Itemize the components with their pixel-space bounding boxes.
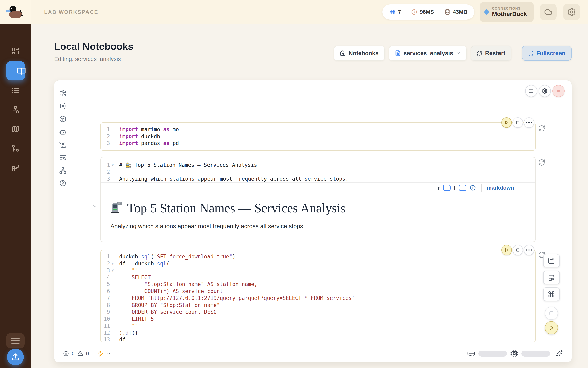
run-cell-button[interactable] (501, 245, 512, 255)
panel-menu-button[interactable] (525, 85, 537, 97)
code-text[interactable]: COUNT(*) AS service_count (116, 288, 535, 295)
chevron-down-icon[interactable] (106, 351, 111, 356)
sidebar-item-notebooks-icon[interactable] (17, 67, 25, 75)
code-text[interactable]: df (116, 336, 535, 343)
code-line[interactable]: 5 "Stop:Station name" AS station_name, (101, 281, 535, 288)
code-text[interactable]: "Stop:Station name" AS station_name, (116, 281, 535, 288)
cloud-button[interactable] (540, 4, 557, 20)
variables-icon[interactable] (59, 102, 66, 110)
lightning-icon[interactable] (97, 350, 103, 357)
upload-button[interactable] (7, 349, 24, 365)
notebook-selector[interactable]: services_analysis (389, 46, 467, 61)
code-line[interactable]: 7 FROM 'http://127.0.0.1:2719/query.parq… (101, 295, 535, 302)
ai-sparkle-icon[interactable] (555, 350, 563, 358)
sidebar-item-dashboard[interactable] (11, 47, 19, 55)
code-line[interactable]: 3import pandas as pd (101, 140, 535, 147)
code-line[interactable]: 9 ORDER BY service_count DESC (101, 309, 535, 316)
code-text[interactable]: GROUP BY "Stop:Station name" (116, 302, 535, 309)
sidebar-item-blocks[interactable] (11, 164, 19, 172)
code-text[interactable]: SELECT (116, 274, 535, 281)
fold-chevron-icon[interactable]: ∨ (110, 267, 116, 274)
code-line[interactable]: 4 SELECT (101, 274, 535, 281)
code-line[interactable]: 11 """ (101, 322, 535, 330)
code-text[interactable]: duckdb.sql("SET force_download=true") (116, 253, 535, 260)
code-text[interactable]: import duckdb (116, 133, 535, 140)
code-text[interactable]: import pandas as pd (116, 140, 535, 147)
code-text[interactable]: Analyzing which stations appear most fre… (116, 175, 535, 182)
sql-cell[interactable]: 1duckdb.sql("SET force_download=true")2∨… (100, 250, 536, 342)
format-checkbox[interactable] (459, 184, 466, 191)
file-tree-icon[interactable] (59, 90, 66, 97)
stop-cell-button[interactable] (513, 245, 523, 255)
sidebar-item-branches[interactable] (11, 144, 19, 152)
warnings-icon[interactable] (77, 350, 83, 357)
code-line[interactable]: 1import marimo as mo (101, 126, 535, 133)
git-merge-icon (11, 144, 19, 152)
connections-button[interactable]: CONNECTIONS MotherDuck (480, 2, 534, 22)
save-button[interactable] (543, 254, 560, 267)
code-line[interactable]: 2 (101, 168, 535, 175)
run-cell-button[interactable] (501, 117, 512, 128)
sidebar-item-map[interactable] (11, 125, 19, 133)
code-line[interactable]: 1duckdb.sql("SET force_download=true") (101, 253, 535, 260)
errors-icon[interactable] (63, 350, 69, 357)
code-line[interactable]: 2import duckdb (101, 133, 535, 140)
code-text[interactable] (116, 168, 535, 175)
stop-all-button[interactable] (545, 306, 558, 320)
panel-close-button[interactable] (553, 85, 564, 97)
notebooks-button[interactable]: Notebooks (334, 46, 385, 61)
fold-chevron-icon[interactable]: ∨ (110, 260, 116, 267)
rerun-icon[interactable] (538, 125, 545, 132)
info-icon[interactable] (470, 184, 476, 191)
dependencies-icon[interactable] (59, 167, 66, 174)
panel-settings-button[interactable] (539, 85, 551, 97)
markdown-cell[interactable]: 1∨# 🚉 Top 5 Station Names — Services Ana… (100, 157, 536, 242)
sidebar-menu-button[interactable] (6, 333, 25, 348)
code-text[interactable]: import marimo as mo (116, 126, 535, 133)
sidebar-item-schema[interactable] (11, 106, 19, 114)
code-text[interactable]: LIMIT 5 (116, 316, 535, 322)
cell-menu-button[interactable] (524, 117, 534, 128)
code-line[interactable]: 12).df() (101, 330, 535, 336)
code-line[interactable]: 10 LIMIT 5 (101, 316, 535, 322)
layout-button[interactable] (543, 271, 560, 284)
code-text[interactable]: ORDER BY service_count DESC (116, 309, 535, 316)
code-line[interactable]: 6 COUNT(*) AS service_count (101, 288, 535, 295)
packages-icon[interactable] (59, 115, 66, 122)
stat-tables: 7 (389, 9, 401, 15)
code-text[interactable]: ).df() (116, 330, 535, 336)
scratchpad-icon[interactable] (59, 141, 66, 148)
code-text[interactable]: """ (116, 322, 535, 330)
fold-chevron-icon[interactable]: ∨ (110, 162, 116, 168)
cell-menu-button[interactable] (524, 245, 534, 255)
code-text[interactable]: """ (116, 267, 535, 274)
code-text[interactable]: # 🚉 Top 5 Station Names — Services Analy… (116, 162, 535, 168)
fullscreen-button[interactable]: Fullscreen (522, 46, 571, 61)
book-open-icon (17, 67, 26, 75)
logs-search-icon[interactable] (59, 154, 66, 161)
ai-assistant-icon[interactable] (59, 128, 66, 135)
code-text[interactable]: df = duckdb.sql( (116, 260, 535, 267)
help-icon[interactable] (59, 180, 66, 187)
code-line[interactable]: 3Analyzing which stations appear most fr… (101, 175, 535, 182)
code-line[interactable]: 1∨# 🚉 Top 5 Station Names — Services Ana… (101, 162, 535, 168)
sidebar-item-list[interactable] (11, 86, 19, 94)
cell-language-label[interactable]: markdown (487, 185, 514, 191)
code-line[interactable]: 8 GROUP BY "Stop:Station name" (101, 302, 535, 309)
markdown-source[interactable]: 1∨# 🚉 Top 5 Station Names — Services Ana… (101, 157, 535, 183)
collapse-chevron-icon[interactable] (91, 203, 97, 209)
restart-button[interactable]: Restart (471, 46, 511, 61)
stop-cell-button[interactable] (513, 117, 523, 128)
code-line[interactable]: 3∨ """ (101, 267, 535, 274)
motherduck-logo[interactable] (0, 0, 31, 24)
command-palette-button[interactable] (543, 287, 560, 301)
line-number: 1 (101, 253, 110, 260)
code-line[interactable]: 2∨df = duckdb.sql( (101, 260, 535, 267)
run-all-button[interactable] (545, 321, 558, 334)
code-text[interactable]: FROM 'http://127.0.0.1:2719/query.parque… (116, 295, 535, 302)
rerun-icon[interactable] (538, 159, 545, 166)
settings-button[interactable] (563, 4, 580, 20)
reactive-checkbox[interactable] (443, 184, 450, 191)
imports-cell[interactable]: 1import marimo as mo2import duckdb3impor… (100, 122, 536, 151)
code-line[interactable]: 13df (101, 336, 535, 343)
